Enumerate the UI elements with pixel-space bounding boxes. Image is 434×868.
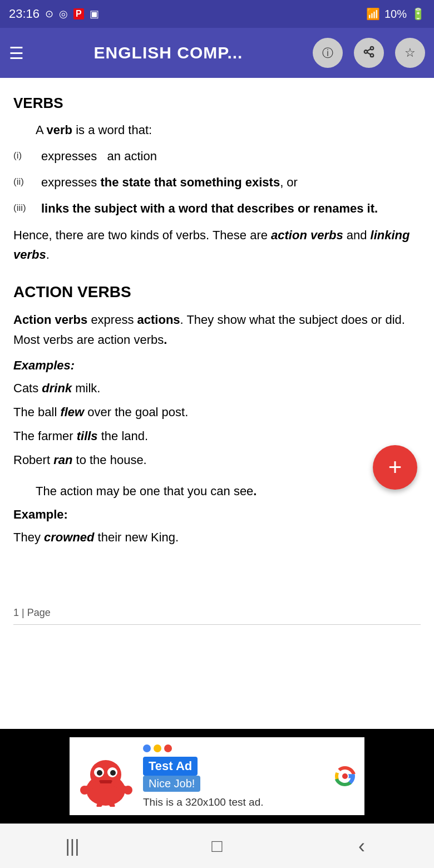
- list-item-1: (i) expresses an action: [13, 147, 421, 165]
- ad-text-area: Test Ad Nice Job! This is a 320x100 test…: [143, 744, 324, 808]
- verbs-section: VERBS A verb is a word that: (i) express…: [13, 95, 421, 264]
- ad-tag: Test Ad: [143, 757, 198, 776]
- back-button[interactable]: ‹: [345, 835, 378, 858]
- status-bar: 23:16 ⊙ ◎ P ▣ 📶 10% 🔋: [0, 0, 434, 28]
- list-text-3: links the subject with a word that descr…: [41, 199, 421, 218]
- svg-line-3: [367, 52, 371, 55]
- recent-apps-icon: |||: [66, 836, 80, 856]
- svg-point-14: [80, 786, 89, 795]
- status-bar-left: 23:16 ⊙ ◎ P ▣: [9, 7, 99, 21]
- toolbar: ☰ ENGLISH COMP... ⓘ ☆: [0, 28, 434, 78]
- ad-logo: [331, 762, 359, 790]
- menu-button[interactable]: ☰: [9, 43, 24, 63]
- ad-description: This is a 320x100 test ad.: [143, 796, 264, 808]
- example-2: The ball flew over the goal post.: [13, 402, 421, 422]
- verbs-intro: A verb is a word that:: [36, 121, 421, 139]
- svg-rect-11: [99, 780, 112, 783]
- bottom-nav: ||| □ ‹: [0, 823, 434, 868]
- ad-inner: Test Ad Nice Job! This is a 320x100 test…: [70, 737, 364, 815]
- ad-monster-image: [75, 746, 136, 807]
- svg-line-16: [99, 804, 100, 806]
- list-text-1: expresses an action: [41, 147, 421, 165]
- svg-point-10: [110, 770, 116, 776]
- example-3: The farmer tills the land.: [13, 426, 421, 446]
- dot-blue: [143, 744, 151, 752]
- battery-icon: 🔋: [411, 7, 425, 21]
- data-icon: ⊙: [45, 8, 53, 20]
- example-label-2: Example:: [13, 507, 421, 522]
- list-item-2: (ii) expresses the state that something …: [13, 173, 421, 191]
- home-icon: □: [211, 836, 222, 856]
- recent-apps-button[interactable]: |||: [56, 836, 89, 856]
- status-time: 23:16: [9, 7, 40, 21]
- ad-dots: [143, 744, 172, 752]
- p-icon: P: [73, 8, 84, 19]
- example-4: Robert ran to the house.: [13, 450, 421, 470]
- example-1: Cats drink milk.: [13, 378, 421, 398]
- svg-line-4: [367, 48, 371, 51]
- back-icon: ‹: [358, 835, 365, 857]
- svg-point-15: [124, 786, 132, 795]
- verbs-summary: Hence, there are two kinds of verbs. The…: [13, 225, 421, 264]
- home-button[interactable]: □: [200, 836, 234, 856]
- verbs-title: VERBS: [13, 95, 421, 112]
- list-item-3: (iii) links the subject with a word that…: [13, 199, 421, 218]
- fab-plus-icon: +: [388, 454, 402, 481]
- page-number: 1 | Page: [13, 607, 421, 619]
- action-verbs-desc: Action verbs express actions. They show …: [13, 310, 421, 349]
- list-text-2: expresses the state that something exist…: [41, 173, 421, 191]
- share-button[interactable]: [354, 38, 384, 68]
- action-verbs-section: ACTION VERBS Action verbs express action…: [13, 283, 421, 547]
- page-title: ENGLISH COMP...: [35, 43, 302, 62]
- dot-yellow: [154, 744, 161, 752]
- list-label-3: (iii): [13, 199, 41, 215]
- star-button[interactable]: ☆: [395, 38, 425, 68]
- list-label-2: (ii): [13, 173, 41, 189]
- dot-red: [164, 744, 172, 752]
- main-content: VERBS A verb is a word that: (i) express…: [0, 78, 434, 729]
- wifi-icon: 📶: [366, 7, 380, 21]
- share-icon: [363, 46, 375, 61]
- battery-percent: 10%: [384, 8, 407, 21]
- status-bar-right: 📶 10% 🔋: [366, 7, 425, 21]
- gallery-icon: ▣: [90, 8, 99, 20]
- ad-banner[interactable]: Test Ad Nice Job! This is a 320x100 test…: [0, 729, 434, 823]
- action-verbs-title: ACTION VERBS: [13, 283, 421, 301]
- info-button[interactable]: ⓘ: [313, 38, 343, 68]
- whatsapp-icon: ◎: [59, 8, 68, 20]
- fab-button[interactable]: +: [373, 445, 417, 490]
- svg-point-19: [342, 773, 348, 779]
- ad-subtitle: Nice Job!: [143, 776, 200, 792]
- page-divider: [13, 624, 421, 625]
- action-note: The action may be one that you can see.: [36, 481, 421, 501]
- list-label-1: (i): [13, 147, 41, 163]
- svg-line-17: [111, 804, 112, 806]
- star-icon: ☆: [405, 46, 416, 60]
- examples-label: Examples:: [13, 358, 421, 373]
- info-icon: ⓘ: [322, 46, 333, 61]
- example-5: They crowned their new King.: [13, 527, 421, 547]
- svg-point-9: [97, 770, 102, 776]
